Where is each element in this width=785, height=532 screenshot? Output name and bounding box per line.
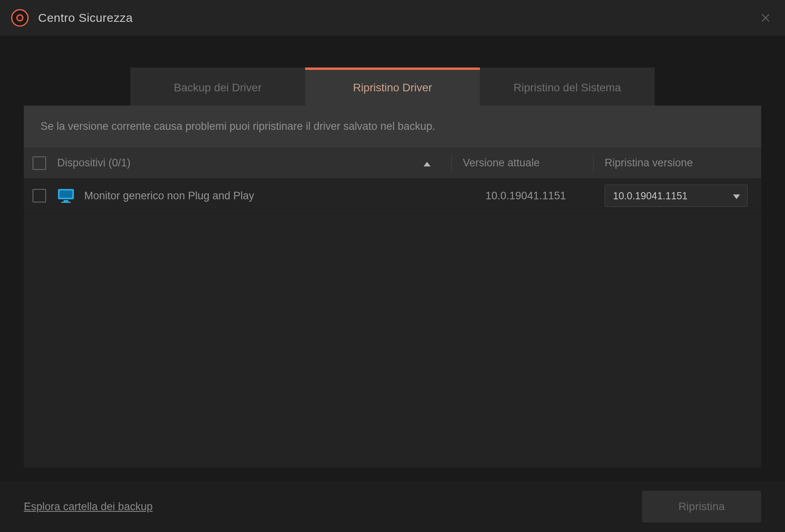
explore-backup-link[interactable]: Esplora cartella dei backup xyxy=(24,501,153,513)
column-separator xyxy=(451,154,452,172)
window-title: Centro Sicurezza xyxy=(38,11,133,25)
column-device[interactable]: Dispositivi (0/1) xyxy=(57,157,440,169)
tab-backup-driver[interactable]: Backup dei Driver xyxy=(130,67,305,106)
content-area: Backup dei Driver Ripristino Driver Ripr… xyxy=(0,36,785,481)
row-checkbox[interactable] xyxy=(33,189,46,202)
svg-marker-2 xyxy=(423,162,431,166)
app-logo-icon xyxy=(11,9,29,27)
column-separator xyxy=(593,154,594,172)
table-body: Monitor generico non Plug and Play 10.0.… xyxy=(24,179,761,468)
current-version-value: 10.0.19041.1151 xyxy=(485,190,605,202)
column-restore-label: Ripristina versione xyxy=(605,157,693,169)
column-device-label: Dispositivi (0/1) xyxy=(57,157,131,169)
device-name: Monitor generico non Plug and Play xyxy=(84,190,463,202)
restore-button-label: Ripristina xyxy=(679,500,725,513)
monitor-icon xyxy=(57,188,75,203)
panel-description: Se la versione corrente causa problemi p… xyxy=(24,106,761,148)
svg-rect-6 xyxy=(61,202,71,203)
tab-restore-driver[interactable]: Ripristino Driver xyxy=(305,67,480,106)
title-bar: Centro Sicurezza xyxy=(0,0,785,36)
close-icon xyxy=(760,13,771,23)
sort-asc-icon xyxy=(423,157,431,169)
select-all-checkbox[interactable] xyxy=(33,156,46,170)
table-header: Dispositivi (0/1) Versione attuale Ripri… xyxy=(24,148,761,179)
footer-bar: Esplora cartella dei backup Ripristina xyxy=(0,481,785,532)
svg-marker-7 xyxy=(733,195,740,199)
table-row: Monitor generico non Plug and Play 10.0.… xyxy=(24,179,761,214)
svg-rect-4 xyxy=(60,191,72,198)
table-empty-space xyxy=(24,214,761,468)
column-current-version[interactable]: Versione attuale xyxy=(463,157,582,169)
restore-button[interactable]: Ripristina xyxy=(642,491,761,522)
column-restore-version[interactable]: Ripristina versione xyxy=(605,157,752,169)
restore-version-cell: 10.0.19041.1151 xyxy=(605,185,752,207)
close-button[interactable] xyxy=(757,10,774,26)
tab-restore-system[interactable]: Ripristino del Sistema xyxy=(480,67,655,106)
chevron-down-icon xyxy=(733,190,740,202)
tab-label: Backup dei Driver xyxy=(174,81,262,94)
tab-label: Ripristino del Sistema xyxy=(514,81,621,94)
tab-label: Ripristino Driver xyxy=(353,81,432,94)
svg-rect-5 xyxy=(64,200,68,202)
restore-panel: Se la versione corrente causa problemi p… xyxy=(24,106,761,468)
tab-row: Backup dei Driver Ripristino Driver Ripr… xyxy=(24,67,761,106)
restore-version-select[interactable]: 10.0.19041.1151 xyxy=(605,185,748,207)
column-current-label: Versione attuale xyxy=(463,157,540,169)
restore-version-value: 10.0.19041.1151 xyxy=(613,190,688,202)
